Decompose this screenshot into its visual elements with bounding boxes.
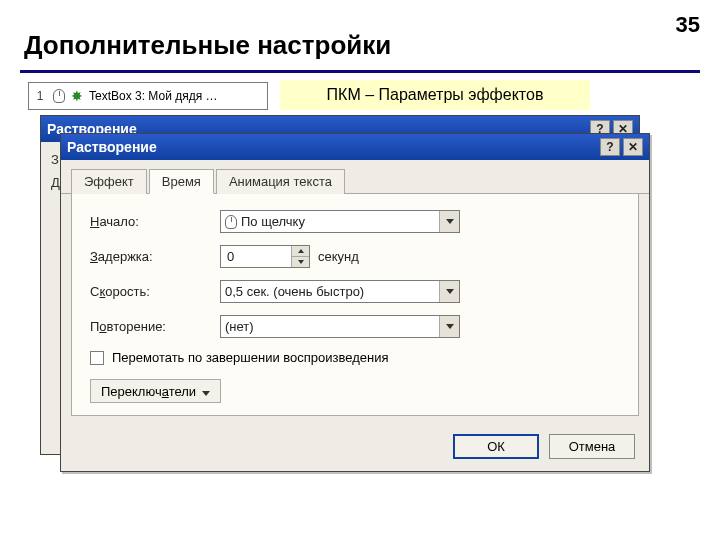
row-speed: Скорость: 0,5 сек. (очень быстро)	[90, 280, 620, 303]
dialog-title: Растворение	[67, 139, 157, 155]
help-button[interactable]: ?	[600, 138, 620, 156]
start-combobox[interactable]: По щелчку	[220, 210, 460, 233]
animation-item-row[interactable]: 1 ✸ TextBox 3: Мой дядя …	[28, 82, 268, 110]
spinner-arrows[interactable]	[291, 246, 309, 267]
hint-callout: ПКМ – Параметры эффектов	[280, 80, 590, 110]
dropdown-arrow-icon[interactable]	[439, 211, 459, 232]
dialog-titlebar[interactable]: Растворение ? ✕	[61, 134, 649, 160]
row-repeat: Повторение: (нет)	[90, 315, 620, 338]
ok-button[interactable]: ОК	[453, 434, 539, 459]
title-underline	[20, 70, 700, 73]
start-value: По щелчку	[241, 214, 305, 229]
animation-index: 1	[33, 89, 47, 103]
tab-strip: Эффект Время Анимация текста	[61, 160, 649, 194]
rewind-label: Перемотать по завершении воспроизведения	[112, 350, 389, 365]
delay-unit: секунд	[318, 249, 359, 264]
dialog-button-bar: ОК Отмена	[61, 426, 649, 471]
animation-item-label: TextBox 3: Мой дядя …	[89, 89, 218, 103]
tab-text-animation[interactable]: Анимация текста	[216, 169, 345, 194]
mouse-click-icon	[53, 89, 65, 103]
effect-star-icon: ✸	[71, 89, 83, 103]
repeat-combobox[interactable]: (нет)	[220, 315, 460, 338]
speed-combobox[interactable]: 0,5 сек. (очень быстро)	[220, 280, 460, 303]
close-button[interactable]: ✕	[623, 138, 643, 156]
label-speed: Скорость:	[90, 284, 220, 299]
mouse-icon	[225, 215, 237, 229]
delay-spinner[interactable]: 0	[220, 245, 310, 268]
dropdown-arrow-icon[interactable]	[439, 316, 459, 337]
row-rewind: Перемотать по завершении воспроизведения	[90, 350, 620, 365]
tab-body-time: Начало: По щелчку Задержка: 0 секунд Ско…	[71, 194, 639, 416]
label-repeat: Повторение:	[90, 319, 220, 334]
dropdown-arrow-icon[interactable]	[439, 281, 459, 302]
label-delay: Задержка:	[90, 249, 220, 264]
cancel-button[interactable]: Отмена	[549, 434, 635, 459]
page-number: 35	[676, 12, 700, 38]
chevron-down-icon	[202, 384, 210, 399]
tab-time[interactable]: Время	[149, 169, 214, 194]
repeat-value: (нет)	[225, 319, 254, 334]
rewind-checkbox[interactable]	[90, 351, 104, 365]
row-start: Начало: По щелчку	[90, 210, 620, 233]
row-delay: Задержка: 0 секунд	[90, 245, 620, 268]
triggers-toggle-button[interactable]: Переключатели	[90, 379, 221, 403]
delay-value: 0	[227, 249, 234, 264]
page-title: Дополнительные настройки	[24, 30, 391, 61]
effect-options-dialog: Растворение ? ✕ Эффект Время Анимация те…	[60, 133, 650, 472]
label-start: Начало:	[90, 214, 220, 229]
speed-value: 0,5 сек. (очень быстро)	[225, 284, 364, 299]
tab-effect[interactable]: Эффект	[71, 169, 147, 194]
